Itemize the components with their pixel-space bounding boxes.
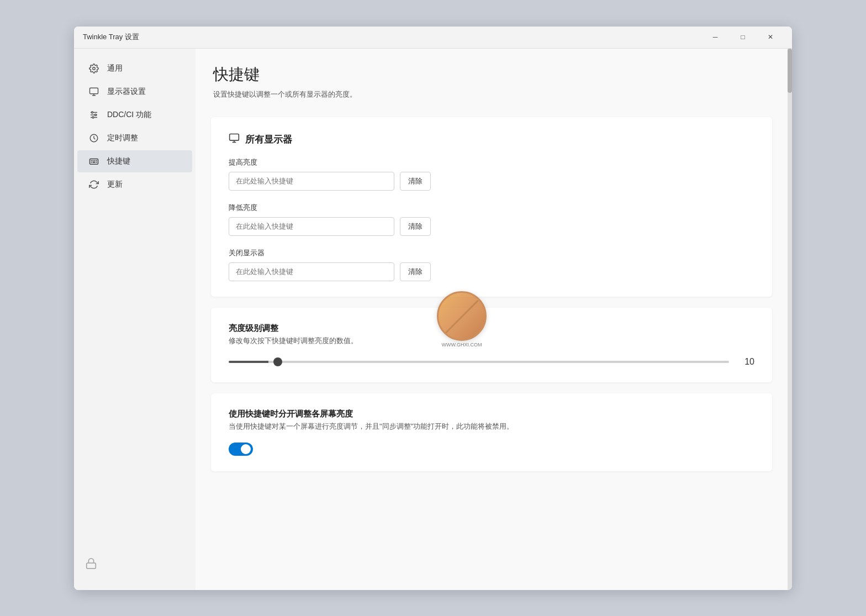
- decrease-brightness-input[interactable]: [229, 217, 394, 236]
- increase-brightness-label: 提高亮度: [229, 157, 754, 167]
- separate-adjustment-card: 使用快捷键时分开调整各屏幕亮度 当使用快捷键对某一个屏幕进行亮度调节，并且"同步…: [211, 393, 772, 471]
- page-title: 快捷键: [196, 49, 788, 89]
- main-content: 快捷键 设置快捷键以调整一个或所有显示器的亮度。 所有显示器: [196, 49, 788, 590]
- brightness-level-desc: 修改每次按下快捷键时调整亮度的数值。: [229, 336, 754, 346]
- clock-icon: [88, 133, 99, 144]
- titlebar: Twinkle Tray 设置 ─ □ ✕: [74, 27, 792, 49]
- brightness-slider-row: 10: [229, 357, 754, 367]
- svg-rect-1: [90, 88, 98, 94]
- sidebar-label-timer: 定时调整: [107, 133, 138, 143]
- sliders-icon: [88, 109, 99, 120]
- monitor-section-icon: [229, 133, 240, 146]
- sidebar-label-updates: 更新: [107, 180, 123, 189]
- separate-adjustment-desc: 当使用快捷键对某一个屏幕进行亮度调节，并且"同步调整"功能打开时，此功能将被禁用…: [229, 422, 754, 431]
- svg-point-7: [92, 112, 93, 113]
- page-subtitle: 设置快捷键以调整一个或所有显示器的亮度。: [196, 89, 788, 106]
- lock-icon: [85, 560, 97, 572]
- refresh-icon: [88, 179, 99, 190]
- sidebar-label-display: 显示器设置: [107, 87, 146, 97]
- scrollbar-thumb[interactable]: [788, 49, 792, 93]
- maximize-button[interactable]: □: [730, 29, 756, 45]
- main-window: Twinkle Tray 设置 ─ □ ✕ 通用: [74, 27, 792, 590]
- sidebar-bottom: [74, 549, 196, 581]
- minimize-button[interactable]: ─: [703, 29, 728, 45]
- sidebar-item-timer[interactable]: 定时调整: [77, 127, 192, 149]
- turnoff-display-group: 关闭显示器 清除: [229, 248, 754, 281]
- decrease-brightness-clear[interactable]: 清除: [400, 217, 431, 236]
- turnoff-display-row: 清除: [229, 262, 754, 281]
- sidebar-label-general: 通用: [107, 64, 123, 73]
- increase-brightness-input[interactable]: [229, 172, 394, 191]
- svg-point-9: [92, 117, 94, 118]
- separate-adjustment-toggle-container: [229, 443, 754, 456]
- brightness-slider[interactable]: [229, 361, 729, 363]
- svg-rect-20: [230, 134, 239, 140]
- decrease-brightness-row: 清除: [229, 217, 754, 236]
- keyboard-icon: [88, 156, 99, 167]
- separate-adjustment-title: 使用快捷键时分开调整各屏幕亮度: [229, 409, 754, 419]
- sidebar: 通用 显示器设置: [74, 49, 196, 590]
- close-button[interactable]: ✕: [758, 29, 783, 45]
- increase-brightness-clear[interactable]: 清除: [400, 172, 431, 191]
- content-area: 通用 显示器设置: [74, 49, 792, 590]
- turnoff-display-clear[interactable]: 清除: [400, 262, 431, 281]
- sidebar-item-general[interactable]: 通用: [77, 57, 192, 80]
- sidebar-label-ddc: DDC/CI 功能: [107, 110, 151, 120]
- sidebar-label-hotkeys: 快捷键: [107, 156, 130, 166]
- window-title: Twinkle Tray 设置: [83, 32, 703, 42]
- sidebar-item-updates[interactable]: 更新: [77, 173, 192, 196]
- all-displays-card: 所有显示器 提高亮度 清除 降低亮度 清除: [211, 117, 772, 297]
- sidebar-item-hotkeys[interactable]: 快捷键: [77, 150, 192, 172]
- scrollbar-track[interactable]: [788, 49, 792, 590]
- increase-brightness-group: 提高亮度 清除: [229, 157, 754, 191]
- section-header-all-displays: 所有显示器: [229, 133, 754, 146]
- brightness-level-card: 亮度级别调整 修改每次按下快捷键时调整亮度的数值。 10: [211, 308, 772, 382]
- turnoff-display-input[interactable]: [229, 262, 394, 281]
- all-displays-title: 所有显示器: [245, 133, 292, 146]
- svg-rect-19: [87, 563, 96, 568]
- turnoff-display-label: 关闭显示器: [229, 248, 754, 258]
- separate-adjustment-toggle[interactable]: [229, 443, 253, 456]
- sidebar-item-ddc[interactable]: DDC/CI 功能: [77, 104, 192, 126]
- increase-brightness-row: 清除: [229, 172, 754, 191]
- brightness-slider-value: 10: [738, 357, 754, 367]
- monitor-icon: [88, 86, 99, 97]
- svg-point-8: [95, 114, 97, 115]
- brightness-level-title: 亮度级别调整: [229, 323, 754, 334]
- window-controls: ─ □ ✕: [703, 29, 783, 45]
- sidebar-item-display[interactable]: 显示器设置: [77, 81, 192, 103]
- gear-icon: [88, 63, 99, 74]
- toggle-thumb: [241, 444, 251, 454]
- decrease-brightness-label: 降低亮度: [229, 203, 754, 213]
- svg-point-0: [93, 67, 96, 70]
- decrease-brightness-group: 降低亮度 清除: [229, 203, 754, 236]
